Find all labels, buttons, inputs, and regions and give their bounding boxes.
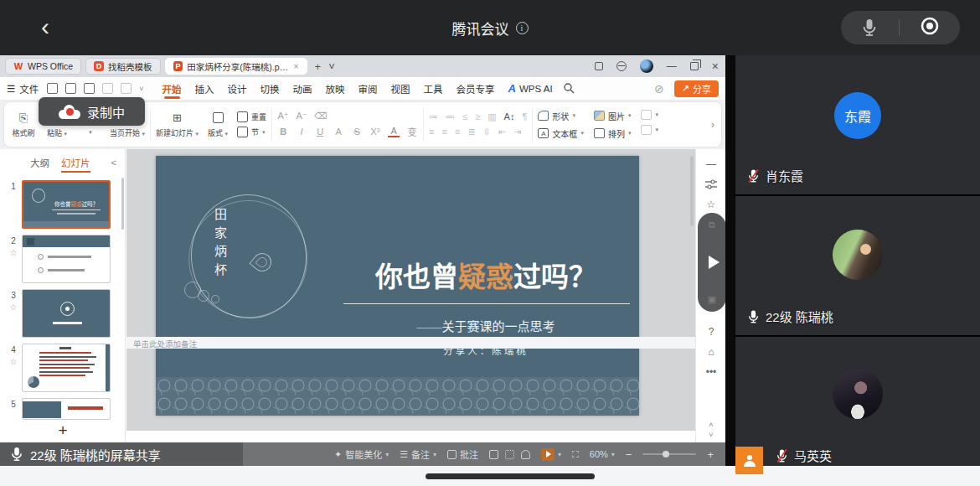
panel-scrollbar[interactable]: [121, 178, 124, 230]
format-painter-button[interactable]: ⎘ 格式刷: [9, 111, 38, 138]
italic-button[interactable]: I: [296, 127, 307, 137]
properties-icon[interactable]: [696, 174, 725, 194]
info-icon[interactable]: i: [516, 22, 529, 34]
print-icon[interactable]: [65, 83, 76, 94]
close-tab-icon[interactable]: ×: [293, 61, 298, 71]
participant-tile[interactable]: 马英英: [735, 337, 980, 474]
menu-slideshow[interactable]: 放映: [319, 77, 352, 101]
slide-thumbnail-3[interactable]: [22, 289, 111, 338]
editing-canvas[interactable]: 田家炳杯 你也曾疑惑过吗？ ——关于赛课的一点思考 分享人：陈瑞桃: [126, 149, 695, 431]
search-button[interactable]: [563, 82, 575, 96]
align-left-icon[interactable]: ≡: [429, 127, 434, 137]
reading-view-icon[interactable]: [521, 450, 530, 459]
record-button[interactable]: [920, 16, 940, 39]
columns-icon[interactable]: ▥: [487, 111, 496, 122]
ribbon-expand-icon[interactable]: ›: [711, 119, 716, 131]
section-button[interactable]: 节 ▾: [237, 127, 266, 137]
participant-tile[interactable]: 东霞 肖东霞: [735, 55, 980, 194]
meeting-floating-toolbar[interactable]: ⧉ ▣: [698, 213, 725, 312]
close-window-button[interactable]: ×: [712, 59, 719, 73]
insert-textbox-button[interactable]: A 文本框▾: [538, 127, 584, 140]
strikethrough-button[interactable]: S: [351, 127, 363, 137]
font-color-button[interactable]: A: [388, 127, 400, 137]
comment-button[interactable]: 批注: [447, 447, 478, 461]
favorite-star-icon[interactable]: ☆: [696, 194, 725, 215]
collapse-panel-icon[interactable]: <: [111, 158, 116, 168]
shrink-text-icon[interactable]: ⇤: [498, 127, 506, 137]
notes-placeholder[interactable]: 单击此处添加备注: [126, 337, 695, 349]
line-spacing-icon[interactable]: ⇳: [483, 127, 491, 137]
paragraph-mark-icon[interactable]: ¶: [522, 111, 527, 122]
new-tab-button[interactable]: +: [315, 60, 322, 73]
menu-review[interactable]: 审阅: [352, 77, 384, 101]
slide-sorter-view-icon[interactable]: [505, 450, 514, 459]
save-icon[interactable]: [47, 83, 58, 94]
menu-home[interactable]: 开始: [156, 77, 188, 101]
menu-animation[interactable]: 动画: [286, 77, 319, 101]
wps-ai-button[interactable]: A WPS AI: [502, 82, 560, 95]
clear-format-button[interactable]: ⌫: [314, 111, 326, 122]
minimize-button[interactable]: —: [667, 60, 677, 72]
slide-thumbnail-5[interactable]: [22, 398, 111, 420]
outline-tab[interactable]: 大纲: [30, 156, 49, 169]
superscript-button[interactable]: X²: [369, 127, 381, 137]
slide-thumbnail-4[interactable]: [22, 344, 111, 392]
new-slide-button[interactable]: ⊞ 新建幻灯片 ▾: [156, 111, 199, 138]
undo-icon[interactable]: [102, 83, 113, 94]
skin-settings-icon[interactable]: [616, 61, 627, 71]
menu-view[interactable]: 视图: [384, 77, 417, 101]
underline-button[interactable]: U: [314, 127, 326, 137]
fit-window-button[interactable]: ⛶: [572, 449, 579, 460]
align-objects-button[interactable]: ▾: [641, 125, 658, 135]
menu-tools[interactable]: 工具: [417, 77, 450, 101]
tab-list-caret-icon[interactable]: ˅: [328, 60, 335, 73]
font-shrink-button[interactable]: A⁻: [296, 111, 307, 122]
next-slide-arrow[interactable]: ˅: [709, 431, 713, 439]
canvas-scrollbar[interactable]: [690, 156, 694, 226]
home-indicator[interactable]: [426, 473, 595, 479]
align-right-icon[interactable]: ≡: [455, 127, 460, 137]
help-icon[interactable]: ?: [696, 322, 725, 342]
restore-window-button[interactable]: [690, 62, 699, 70]
insert-picture-button[interactable]: 图片▾: [594, 110, 632, 122]
normal-view-icon[interactable]: [489, 450, 498, 459]
indent-decrease-icon[interactable]: ≤: [462, 111, 467, 122]
wps-home-tab[interactable]: W WPS Office: [5, 58, 81, 75]
slide-layout-button[interactable]: 版式 ▾: [204, 111, 232, 138]
sync-status-icon[interactable]: ⊘: [654, 82, 664, 96]
indent-increase-icon[interactable]: ≥: [475, 111, 480, 122]
member-list-button[interactable]: [735, 447, 763, 474]
resource-box-icon[interactable]: ⌂: [696, 342, 725, 362]
reset-slide-button[interactable]: 重置: [237, 111, 266, 122]
collapse-rail-icon[interactable]: —: [696, 154, 725, 174]
add-slide-button[interactable]: +: [0, 420, 126, 440]
zoom-slider-thumb[interactable]: [663, 451, 669, 458]
quickbar-caret-icon[interactable]: ˅: [139, 85, 143, 93]
more-tools-icon[interactable]: •••: [696, 362, 725, 382]
arrange-button[interactable]: 排列▾: [594, 127, 632, 140]
menu-member[interactable]: 会员专享: [450, 77, 502, 101]
menu-design[interactable]: 设计: [221, 77, 254, 101]
menu-insert[interactable]: 插入: [188, 77, 221, 101]
text-effect-button[interactable]: 变: [406, 125, 418, 138]
merge-shapes-button[interactable]: ▾: [641, 110, 658, 120]
docer-template-tab[interactable]: D 找稻壳模板: [85, 58, 161, 75]
menu-transition[interactable]: 切换: [254, 77, 286, 101]
text-direction-button[interactable]: A↕: [504, 111, 515, 122]
bullets-icon[interactable]: ≔: [429, 111, 438, 122]
slides-tab[interactable]: 幻灯片: [61, 156, 90, 169]
notes-button[interactable]: ☰ 备注 ▾: [400, 447, 436, 461]
document-tab-active[interactable]: P 田家炳杯分享(陈瑞桃).pptx ×: [165, 58, 307, 75]
share-document-button[interactable]: ↗ 分享: [674, 80, 719, 97]
grow-text-icon[interactable]: ⇥: [513, 127, 521, 137]
current-slide[interactable]: 田家炳杯 你也曾疑惑过吗？ ——关于赛课的一点思考 分享人：陈瑞桃: [156, 156, 639, 416]
previous-slide-arrow[interactable]: ˄: [709, 421, 713, 429]
microphone-button[interactable]: [861, 18, 878, 38]
slide-thumbnail-2[interactable]: [22, 235, 111, 283]
redo-icon[interactable]: [121, 83, 132, 94]
slide-thumbnail-1[interactable]: 你也曾疑惑过吗？: [22, 180, 111, 229]
bold-button[interactable]: B: [277, 127, 289, 137]
layout-mode-icon[interactable]: [595, 62, 603, 70]
smart-beautify-button[interactable]: ✦ 智能美化 ▾: [334, 447, 389, 461]
numbering-icon[interactable]: ≕: [446, 111, 455, 122]
